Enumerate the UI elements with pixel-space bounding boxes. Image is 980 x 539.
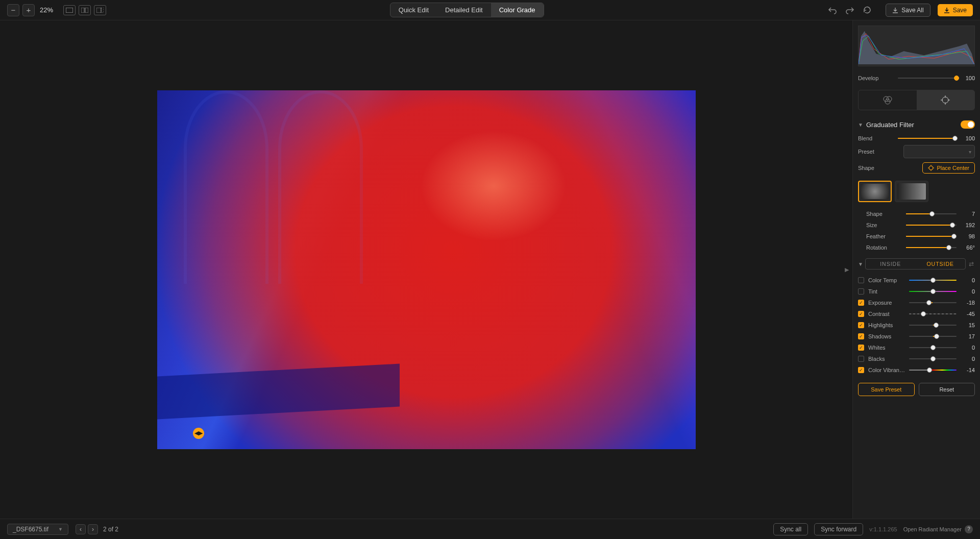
undo-icon[interactable] (827, 5, 838, 15)
view-single-icon[interactable] (63, 5, 76, 15)
tab-quick-edit[interactable]: Quick Edit (390, 3, 437, 17)
color-temp-slider[interactable]: Color Temp0 (858, 275, 975, 286)
tab-outside[interactable]: OUTSIDE (915, 259, 965, 269)
shape-radial-thumb[interactable] (858, 181, 892, 202)
graduated-filter-header[interactable]: ▼ Graduated Filter (858, 120, 975, 129)
view-split-icon[interactable] (79, 5, 91, 15)
svg-rect-4 (101, 8, 104, 13)
highlights-checkbox[interactable] (858, 322, 864, 328)
color-temp-track[interactable] (909, 280, 957, 281)
place-center-button[interactable]: Place Center (922, 162, 975, 174)
size-track[interactable] (906, 225, 957, 226)
feather-track[interactable] (906, 236, 957, 237)
shadows-track[interactable] (909, 336, 957, 337)
file-select[interactable]: _DSF6675.tif ▼ (7, 524, 68, 535)
view-compare-icon[interactable] (94, 5, 106, 15)
histogram[interactable] (858, 26, 975, 66)
reset-button[interactable]: Reset (919, 383, 975, 396)
shape-slider[interactable]: Shape 7 (866, 208, 975, 219)
blacks-value: 0 (961, 356, 975, 362)
bottombar-right: Sync all Sync forward v:1.1.1.265 Open R… (773, 523, 973, 535)
preset-select[interactable]: ▾ (903, 145, 975, 158)
refresh-icon[interactable] (862, 5, 872, 15)
whites-label: Whites (868, 345, 905, 351)
tab-detailed-edit[interactable]: Detailed Edit (437, 3, 491, 17)
open-manager-label: Open Radiant Manager (903, 526, 962, 532)
tab-inside[interactable]: INSIDE (866, 259, 916, 269)
zoom-out-button[interactable]: − (7, 4, 19, 16)
topbar-right: Save All Save (827, 4, 973, 17)
right-panel-toggle-icon[interactable]: ▶ (842, 262, 851, 277)
contrast-track[interactable] (909, 313, 957, 314)
size-slider[interactable]: Size 192 (866, 219, 975, 231)
highlights-track[interactable] (909, 325, 957, 326)
panel-actions: Save Preset Reset (858, 383, 975, 396)
sync-forward-button[interactable]: Sync forward (814, 523, 863, 535)
target-mode-icon[interactable] (917, 90, 975, 110)
save-button[interactable]: Save (938, 4, 973, 16)
shape-linear-thumb[interactable] (895, 181, 928, 202)
contrast-slider[interactable]: Contrast-45 (858, 308, 975, 320)
topbar: − + 22% Quick Edit Detailed Edit Color G… (0, 0, 980, 20)
shadows-slider[interactable]: Shadows17 (858, 331, 975, 342)
before-after-handle-icon[interactable]: ◀▶ (193, 428, 204, 439)
zoom-in-button[interactable]: + (22, 4, 35, 16)
contrast-checkbox[interactable] (858, 311, 864, 317)
exposure-slider[interactable]: Exposure-18 (858, 297, 975, 308)
blacks-checkbox[interactable] (858, 356, 864, 362)
chevron-down-icon[interactable]: ▼ (858, 261, 863, 267)
size-label: Size (866, 222, 902, 228)
color-vibrance-slider[interactable]: Color Vibrance-14 (858, 364, 975, 376)
whites-checkbox[interactable] (858, 345, 864, 351)
color-vibrance-label: Color Vibrance (868, 367, 905, 373)
place-center-label: Place Center (937, 165, 969, 171)
blacks-slider[interactable]: Blacks0 (858, 353, 975, 364)
rotation-slider[interactable]: Rotation 66° (866, 242, 975, 253)
rotation-track[interactable] (906, 247, 957, 248)
sync-all-button[interactable]: Sync all (773, 523, 808, 535)
canvas-area[interactable]: ◀▶ ▲ (0, 20, 852, 519)
feather-slider[interactable]: Feather 98 (866, 231, 975, 242)
feather-label: Feather (866, 233, 902, 239)
next-button[interactable]: › (88, 524, 98, 534)
feather-value: 98 (961, 233, 975, 239)
highlights-slider[interactable]: Highlights15 (858, 320, 975, 331)
redo-icon[interactable] (845, 5, 855, 15)
color-wheel-mode-icon[interactable] (859, 90, 917, 110)
blacks-track[interactable] (909, 358, 957, 359)
exposure-label: Exposure (868, 300, 905, 306)
contrast-value: -45 (961, 311, 975, 317)
tint-slider[interactable]: Tint0 (858, 286, 975, 297)
color-vibrance-track[interactable] (909, 370, 957, 371)
blend-slider[interactable]: Blend 100 (858, 133, 975, 144)
shape-param-track[interactable] (906, 213, 957, 214)
whites-slider[interactable]: Whites0 (858, 342, 975, 353)
edit-mode-tabs: Quick Edit Detailed Edit Color Grade (390, 3, 544, 17)
save-all-button[interactable]: Save All (886, 4, 930, 17)
svg-rect-2 (85, 8, 88, 13)
color-vibrance-checkbox[interactable] (858, 367, 864, 373)
color-temp-value: 0 (961, 277, 975, 283)
zoom-group: − + 22% (7, 4, 53, 16)
color-temp-checkbox[interactable] (858, 277, 864, 283)
color-vibrance-value: -14 (961, 367, 975, 373)
swap-icon[interactable]: ⇄ (968, 260, 975, 267)
tint-track[interactable] (909, 291, 957, 292)
open-manager-link[interactable]: Open Radiant Manager ? (903, 525, 973, 533)
develop-slider[interactable]: Develop 100 (858, 72, 975, 84)
whites-track[interactable] (909, 347, 957, 348)
tint-checkbox[interactable] (858, 288, 864, 295)
graduated-filter-title: Graduated Filter (866, 121, 958, 129)
graduated-filter-toggle[interactable] (961, 120, 975, 129)
save-preset-button[interactable]: Save Preset (858, 383, 915, 396)
tab-color-grade[interactable]: Color Grade (491, 3, 544, 17)
blend-track[interactable] (898, 138, 957, 139)
shadows-checkbox[interactable] (858, 333, 864, 339)
help-icon[interactable]: ? (965, 525, 973, 533)
prev-button[interactable]: ‹ (76, 524, 86, 534)
rotation-value: 66° (961, 244, 975, 251)
exposure-track[interactable] (909, 302, 957, 303)
develop-track[interactable] (898, 78, 957, 79)
exposure-checkbox[interactable] (858, 300, 864, 306)
canvas-image[interactable]: ◀▶ ▲ (157, 90, 696, 449)
